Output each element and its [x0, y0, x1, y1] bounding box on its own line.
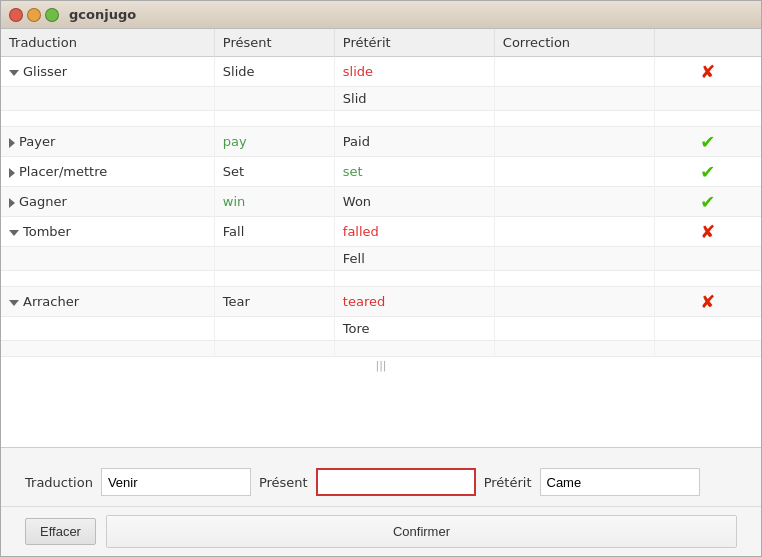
cell-preterit: set [334, 157, 494, 187]
cell-correction [494, 217, 654, 247]
conjugation-table: Traduction Présent Prétérit Correction [1, 29, 761, 357]
cell-preterit: Fell [334, 247, 494, 271]
form-row: Traduction Présent Prétérit [25, 468, 737, 496]
x-icon: ✘ [700, 221, 715, 242]
expand-down-icon[interactable] [9, 70, 19, 76]
cell-preterit: Tore [334, 317, 494, 341]
empty-cell [654, 271, 761, 287]
minimize-button[interactable] [27, 8, 41, 22]
check-icon: ✔ [700, 191, 715, 212]
expand-down-icon[interactable] [9, 230, 19, 236]
table-row [1, 271, 761, 287]
bottom-area: Effacer Confirmer [1, 506, 761, 556]
table-row: PayerpayPaid✔ [1, 127, 761, 157]
table-area[interactable]: Traduction Présent Prétérit Correction [1, 29, 761, 448]
empty-cell [1, 271, 214, 287]
cell-traduction [1, 87, 214, 111]
empty-cell [334, 341, 494, 357]
cell-correction [494, 187, 654, 217]
table-row [1, 111, 761, 127]
present-label: Présent [259, 475, 308, 490]
traduction-input[interactable] [101, 468, 251, 496]
table-row: Tore [1, 317, 761, 341]
cell-preterit: Slid [334, 87, 494, 111]
empty-cell [654, 111, 761, 127]
cell-preterit: Won [334, 187, 494, 217]
check-icon: ✔ [700, 131, 715, 152]
x-icon: ✘ [700, 291, 715, 312]
close-button[interactable] [9, 8, 23, 22]
empty-cell [214, 271, 334, 287]
scrollbar-hint: ||| [1, 357, 761, 374]
cell-traduction [1, 247, 214, 271]
empty-cell [214, 111, 334, 127]
cell-check [654, 247, 761, 271]
header-traduction: Traduction [1, 29, 214, 57]
effacer-button[interactable]: Effacer [25, 518, 96, 545]
table-row: GlisserSlideslide✘ [1, 57, 761, 87]
table-row: Fell [1, 247, 761, 271]
table-row: TomberFallfalled✘ [1, 217, 761, 247]
cell-present: Fall [214, 217, 334, 247]
cell-present [214, 87, 334, 111]
traduction-label: Traduction [25, 475, 93, 490]
empty-cell [494, 341, 654, 357]
maximize-button[interactable] [45, 8, 59, 22]
window-title: gconjugo [69, 7, 136, 22]
expand-right-icon[interactable] [9, 168, 15, 178]
header-preterit: Prétérit [334, 29, 494, 57]
cell-correction [494, 157, 654, 187]
preterit-input[interactable] [540, 468, 700, 496]
table-row [1, 341, 761, 357]
empty-cell [1, 341, 214, 357]
cell-present: Set [214, 157, 334, 187]
cell-check: ✘ [654, 287, 761, 317]
cell-check: ✔ [654, 127, 761, 157]
cell-correction [494, 127, 654, 157]
cell-correction [494, 57, 654, 87]
header-correction: Correction [494, 29, 654, 57]
empty-cell [494, 111, 654, 127]
cell-traduction: Tomber [1, 217, 214, 247]
cell-check: ✔ [654, 157, 761, 187]
cell-check [654, 317, 761, 341]
cell-check: ✘ [654, 57, 761, 87]
empty-cell [654, 341, 761, 357]
expand-down-icon[interactable] [9, 300, 19, 306]
cell-traduction: Payer [1, 127, 214, 157]
table-row: Slid [1, 87, 761, 111]
cell-preterit: falled [334, 217, 494, 247]
titlebar: gconjugo [1, 1, 761, 29]
cell-preterit: slide [334, 57, 494, 87]
present-input[interactable] [316, 468, 476, 496]
cell-correction [494, 317, 654, 341]
header-present: Présent [214, 29, 334, 57]
table-body: GlisserSlideslide✘SlidPayerpayPaid✔Place… [1, 57, 761, 357]
check-icon: ✔ [700, 161, 715, 182]
x-icon: ✘ [700, 61, 715, 82]
confirmer-container: Confirmer [106, 515, 737, 548]
cell-present: Slide [214, 57, 334, 87]
expand-right-icon[interactable] [9, 198, 15, 208]
form-area: Traduction Présent Prétérit [1, 448, 761, 506]
cell-traduction: Glisser [1, 57, 214, 87]
cell-present: pay [214, 127, 334, 157]
confirmer-button[interactable]: Confirmer [107, 516, 736, 547]
table-row: GagnerwinWon✔ [1, 187, 761, 217]
empty-cell [334, 111, 494, 127]
cell-correction [494, 287, 654, 317]
cell-correction [494, 247, 654, 271]
header-check [654, 29, 761, 57]
empty-cell [214, 341, 334, 357]
window-content: Traduction Présent Prétérit Correction [1, 29, 761, 556]
expand-right-icon[interactable] [9, 138, 15, 148]
empty-cell [1, 111, 214, 127]
preterit-label: Prétérit [484, 475, 532, 490]
cell-correction [494, 87, 654, 111]
empty-cell [494, 271, 654, 287]
cell-traduction [1, 317, 214, 341]
table-row: ArracherTearteared✘ [1, 287, 761, 317]
table-header-row: Traduction Présent Prétérit Correction [1, 29, 761, 57]
cell-traduction: Placer/mettre [1, 157, 214, 187]
window-controls [9, 8, 59, 22]
